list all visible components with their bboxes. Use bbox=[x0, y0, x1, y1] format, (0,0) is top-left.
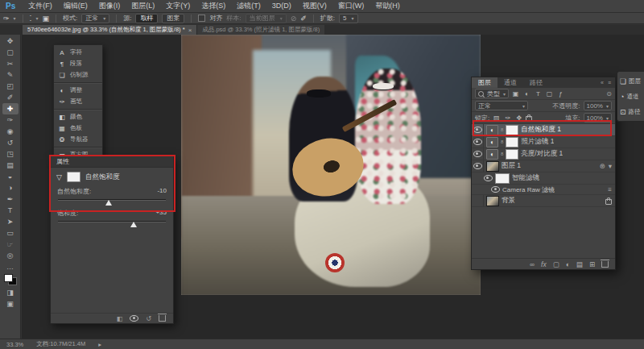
filter-image-icon[interactable]: ▣ bbox=[511, 90, 520, 98]
crop-tool[interactable]: ◰ bbox=[2, 81, 19, 92]
marquee-tool[interactable]: ▢ bbox=[2, 47, 19, 58]
slider-thumb[interactable] bbox=[105, 200, 112, 206]
ignore-adjustment-layers-icon[interactable]: ⊘ bbox=[291, 15, 297, 23]
blur-tool[interactable]: ◒ bbox=[2, 171, 19, 182]
close-icon[interactable]: × bbox=[188, 27, 192, 34]
menu-type[interactable]: 文字(Y) bbox=[160, 0, 196, 12]
eye-icon[interactable] bbox=[473, 127, 482, 133]
lock-all-icon[interactable] bbox=[526, 116, 532, 122]
panel-paragraph[interactable]: ¶段落 bbox=[54, 58, 102, 69]
panel-character[interactable]: A字符 bbox=[54, 47, 102, 58]
collapse-panel-icon[interactable]: « bbox=[601, 80, 604, 85]
clip-to-layer-icon[interactable]: ◧ bbox=[117, 315, 123, 322]
toggle-brush-panel-icon[interactable]: ▣ bbox=[42, 15, 49, 23]
menu-edit[interactable]: 编辑(E) bbox=[58, 0, 93, 12]
brush-preset-caret-icon[interactable]: ▾ bbox=[14, 15, 16, 21]
diffusion-select[interactable]: 5 ▾ bbox=[339, 14, 357, 23]
brush-settings-caret-icon[interactable]: ▾ bbox=[35, 15, 38, 21]
lock-transparency-icon[interactable]: ▨ bbox=[492, 114, 501, 122]
expand-caret-icon[interactable]: ▾ bbox=[609, 162, 612, 170]
eye-icon[interactable] bbox=[484, 175, 493, 181]
menu-select[interactable]: 选择(S) bbox=[196, 0, 231, 12]
foreground-color-swatch[interactable] bbox=[4, 274, 13, 282]
eye-icon[interactable] bbox=[473, 151, 482, 157]
eye-icon[interactable] bbox=[473, 139, 482, 145]
quick-mask-button[interactable]: ◨ bbox=[2, 287, 19, 298]
photo-canvas[interactable] bbox=[181, 35, 481, 295]
visibility-well[interactable] bbox=[472, 195, 484, 206]
menu-3d[interactable]: 3D(D) bbox=[266, 0, 297, 12]
fill-input[interactable]: 100% ▾ bbox=[584, 113, 612, 123]
panel-adjustments[interactable]: ◐调整 bbox=[54, 85, 102, 96]
status-arrow-icon[interactable]: ▸ bbox=[98, 341, 101, 348]
menu-image[interactable]: 图像(I) bbox=[93, 0, 126, 12]
eyedropper-tool[interactable]: ✐ bbox=[2, 92, 19, 103]
pen-pressure-icon[interactable]: ✐ bbox=[300, 15, 307, 23]
layer-row-brightness-contrast[interactable]: ◐ 8 亮度/对比度 1 bbox=[472, 148, 615, 160]
blend-mode-select[interactable]: 正常 ▾ bbox=[475, 101, 528, 110]
new-adjustment-layer-icon[interactable]: ◐ bbox=[566, 260, 570, 268]
pattern-button[interactable]: 图案 bbox=[162, 14, 184, 23]
rectangle-tool[interactable]: ▭ bbox=[2, 227, 19, 239]
dock-channels[interactable]: ◔通道 bbox=[617, 89, 644, 104]
color-swatches[interactable] bbox=[4, 274, 17, 285]
visibility-well[interactable] bbox=[472, 160, 484, 172]
layer-style-fx-icon[interactable]: fx bbox=[541, 260, 547, 268]
document-tab-active[interactable]: 57d0ee646032e.jpg @ 33.3% (自然饱和度 1, 图层蒙版… bbox=[23, 25, 196, 35]
layer-thumbnail[interactable] bbox=[486, 196, 499, 206]
eye-icon[interactable] bbox=[473, 163, 482, 169]
panel-brush[interactable]: ✑画笔 bbox=[54, 96, 102, 107]
tab-layers[interactable]: 图层 bbox=[472, 77, 497, 88]
menu-file[interactable]: 文件(F) bbox=[23, 0, 58, 12]
layer-mask-thumbnail[interactable] bbox=[506, 125, 518, 135]
sample-select[interactable]: 当前图层 ▾ bbox=[246, 14, 287, 23]
dock-layers[interactable]: ❏图层 bbox=[617, 73, 644, 89]
add-mask-icon[interactable]: ▢ bbox=[553, 260, 559, 268]
filter-type-select[interactable]: 类型 ▾ bbox=[475, 89, 509, 98]
panel-color[interactable]: ◧颜色 bbox=[54, 111, 102, 123]
zoom-tool[interactable]: ◎ bbox=[2, 250, 19, 261]
visibility-well[interactable] bbox=[483, 172, 493, 184]
edit-toolbar-button[interactable]: … bbox=[2, 261, 19, 272]
visibility-well[interactable] bbox=[472, 136, 484, 147]
layer-row-smart-filters[interactable]: 智能滤镜 bbox=[472, 172, 615, 185]
zoom-level[interactable]: 33.3% bbox=[6, 341, 23, 348]
layer-row-camera-raw[interactable]: Camera Raw 滤镜 ≡ bbox=[472, 185, 615, 195]
properties-panel-title[interactable]: 属性 bbox=[51, 156, 173, 168]
sampled-button[interactable]: 取样 bbox=[135, 14, 158, 23]
history-brush-tool[interactable]: ↺ bbox=[2, 137, 19, 148]
lasso-tool[interactable]: ✂ bbox=[2, 58, 19, 69]
panel-swatches[interactable]: ▦色板 bbox=[54, 123, 102, 134]
brush-settings-icon[interactable]: ⁚ bbox=[30, 15, 32, 23]
filter-blend-options-icon[interactable]: ≡ bbox=[608, 186, 612, 193]
opacity-input[interactable]: 100% ▾ bbox=[584, 101, 612, 110]
pen-tool[interactable]: ✒ bbox=[2, 193, 19, 205]
delete-icon[interactable] bbox=[159, 315, 166, 322]
aligned-checkbox[interactable] bbox=[198, 15, 205, 22]
move-tool[interactable]: ✥ bbox=[2, 35, 19, 47]
lock-position-icon[interactable]: ✥ bbox=[514, 114, 523, 122]
mode-select[interactable]: 正常 ▾ bbox=[81, 14, 109, 23]
link-layers-icon[interactable]: ∞ bbox=[530, 260, 535, 268]
vibrance-slider[interactable] bbox=[58, 197, 166, 206]
layer-mask-thumbnail[interactable] bbox=[506, 149, 518, 160]
gradient-tool[interactable]: ▤ bbox=[2, 160, 19, 171]
layer-row-background[interactable]: 背景 bbox=[472, 195, 615, 207]
tab-channels[interactable]: 通道 bbox=[497, 77, 523, 88]
tab-paths[interactable]: 路径 bbox=[523, 77, 549, 88]
menu-help[interactable]: 帮助(H) bbox=[369, 0, 406, 12]
menu-view[interactable]: 视图(V) bbox=[297, 0, 332, 12]
saturation-slider[interactable] bbox=[58, 219, 166, 227]
screen-mode-button[interactable]: ▣ bbox=[2, 298, 19, 310]
dodge-tool[interactable]: ◑ bbox=[2, 182, 19, 193]
brush-tool[interactable]: ✑ bbox=[2, 114, 19, 126]
layer-mask-thumbnail[interactable] bbox=[506, 137, 518, 147]
panel-menu-icon[interactable]: ≡ bbox=[608, 80, 611, 85]
layer-thumbnail[interactable] bbox=[486, 161, 499, 172]
filter-adjustment-icon[interactable]: ◐ bbox=[522, 90, 531, 98]
menu-layer[interactable]: 图层(L) bbox=[126, 0, 160, 12]
type-tool[interactable]: T bbox=[2, 205, 19, 216]
toggle-visibility-eye-icon[interactable] bbox=[130, 315, 138, 322]
layer-row-layer1[interactable]: 图层 1 ⊛ ▾ bbox=[472, 160, 615, 172]
menu-window[interactable]: 窗口(W) bbox=[332, 0, 370, 12]
